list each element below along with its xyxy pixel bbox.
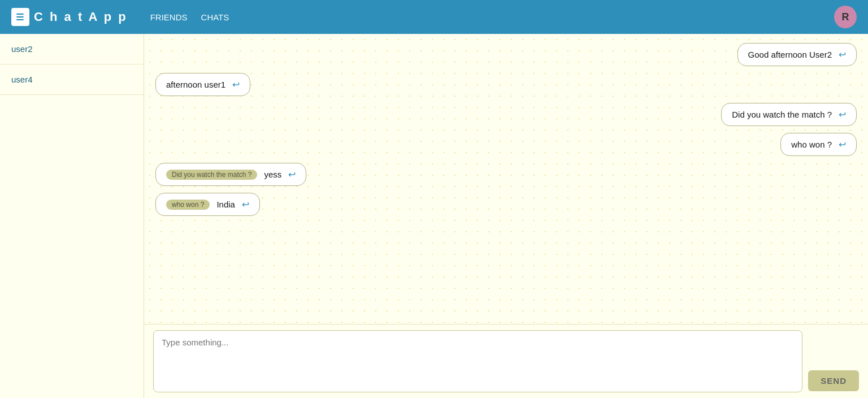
message-text-2: afternoon user1 [166, 80, 225, 89]
reply-icon-2[interactable]: ↩ [232, 79, 240, 90]
table-row: Good afternoon User2 ↩ [155, 43, 857, 66]
table-row: afternoon user1 ↩ [155, 73, 857, 96]
message-text-3: Did you watch the match ? [732, 110, 832, 119]
reply-icon-3[interactable]: ↩ [839, 109, 846, 120]
messages-container: Good afternoon User2 ↩ afternoon user1 ↩… [144, 34, 868, 324]
nav-chats[interactable]: CHATS [201, 12, 229, 22]
reply-icon-6[interactable]: ↩ [242, 199, 249, 210]
table-row: who won ? ↩ [155, 133, 857, 156]
sidebar-item-user4[interactable]: user4 [0, 64, 144, 95]
message-text-4: who won ? [791, 140, 832, 149]
brand-text: C h a t A p p [34, 10, 128, 24]
reply-icon-5[interactable]: ↩ [288, 169, 296, 180]
chat-area: Good afternoon User2 ↩ afternoon user1 ↩… [144, 34, 868, 398]
table-row: Did you watch the match ? ↩ [155, 103, 857, 126]
sidebar: user2 user4 [0, 34, 144, 398]
sidebar-item-user2[interactable]: user2 [0, 34, 144, 64]
navbar: ☰ C h a t A p p FRIENDS CHATS R [0, 0, 868, 34]
message-text-6: India [216, 200, 235, 209]
reply-icon-1[interactable]: ↩ [839, 49, 846, 60]
message-bubble-3: Did you watch the match ? ↩ [721, 103, 857, 126]
message-bubble-6: who won ? India ↩ [155, 193, 260, 216]
nav-friends[interactable]: FRIENDS [150, 12, 188, 22]
message-bubble-5: Did you watch the match ? yess ↩ [155, 163, 306, 186]
reply-ref-6: who won ? [166, 200, 210, 210]
table-row: who won ? India ↩ [155, 193, 857, 216]
main-layout: user2 user4 Good afternoon User2 ↩ after… [0, 34, 868, 398]
chat-input[interactable] [153, 330, 802, 392]
message-bubble-1: Good afternoon User2 ↩ [737, 43, 857, 66]
message-text-1: Good afternoon User2 [748, 50, 832, 59]
navbar-links: FRIENDS CHATS [150, 12, 229, 22]
brand: ☰ C h a t A p p [11, 8, 128, 26]
reply-ref-5: Did you watch the match ? [166, 170, 257, 180]
send-button[interactable]: SEND [808, 370, 859, 391]
table-row: Did you watch the match ? yess ↩ [155, 163, 857, 186]
message-text-5: yess [264, 170, 281, 179]
brand-icon: ☰ [11, 8, 29, 26]
input-area: SEND [144, 324, 868, 398]
reply-icon-4[interactable]: ↩ [839, 139, 846, 150]
message-bubble-4: who won ? ↩ [780, 133, 857, 156]
message-bubble-2: afternoon user1 ↩ [155, 73, 250, 96]
avatar[interactable]: R [834, 6, 857, 28]
